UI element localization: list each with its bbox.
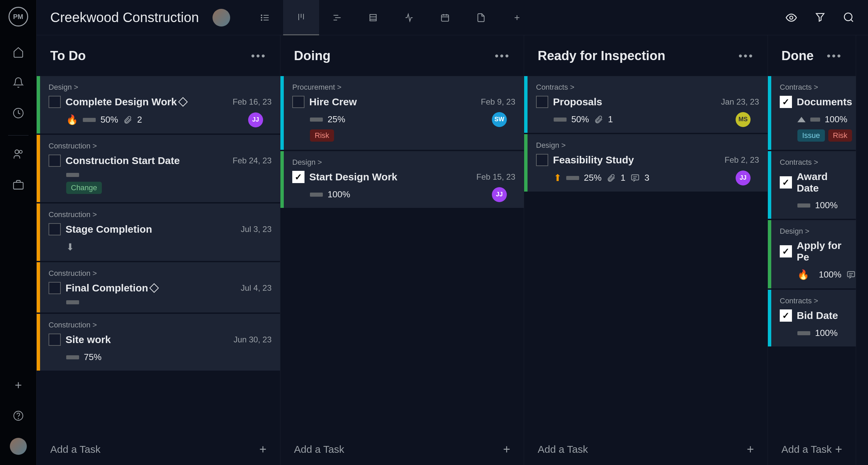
task-checkbox[interactable] xyxy=(49,96,61,108)
kanban-board: To Do •••Design > Complete Design Work F… xyxy=(37,35,868,465)
progress-bar xyxy=(310,193,323,197)
people-icon[interactable] xyxy=(10,146,27,163)
user-avatar[interactable] xyxy=(10,438,27,455)
card-breadcrumb: Contracts > xyxy=(780,83,847,92)
topbar: Creekwood Construction xyxy=(37,0,868,35)
assignee-avatar[interactable]: JJ xyxy=(248,112,263,127)
board-column: Doing •••Procurement > Hire Crew Feb 9, … xyxy=(280,35,524,465)
file-view-icon[interactable] xyxy=(463,0,499,35)
task-card[interactable]: Construction > Stage Completion Jul 3, 2… xyxy=(37,203,280,261)
task-title: Documents xyxy=(797,96,852,108)
task-card[interactable]: Design > Feasibility Study Feb 2, 23 ⬆25… xyxy=(524,134,768,192)
card-list: Procurement > Hire Crew Feb 9, 23 25%SWR… xyxy=(280,76,524,434)
attachment-count: 1 xyxy=(621,173,625,183)
task-date: Feb 16, 23 xyxy=(233,97,272,107)
topbar-actions xyxy=(785,12,854,24)
task-checkbox[interactable] xyxy=(49,334,61,346)
clock-icon[interactable] xyxy=(10,105,27,122)
task-title: Final Completion xyxy=(66,282,236,294)
column-title: To Do xyxy=(50,49,86,63)
card-breadcrumb: Procurement > xyxy=(292,83,515,92)
column-menu-icon[interactable]: ••• xyxy=(827,50,842,62)
card-breadcrumb: Contracts > xyxy=(780,158,847,167)
task-card[interactable]: Procurement > Hire Crew Feb 9, 23 25%SWR… xyxy=(280,76,524,150)
list-view-icon[interactable] xyxy=(247,0,283,35)
task-checkbox[interactable] xyxy=(49,282,61,294)
plus-icon: + xyxy=(503,442,510,457)
column-menu-icon[interactable]: ••• xyxy=(738,50,754,62)
task-checkbox[interactable] xyxy=(292,171,304,183)
task-checkbox[interactable] xyxy=(780,176,792,189)
task-card[interactable]: Contracts > Bid Date 100% xyxy=(768,290,856,346)
progress-bar xyxy=(66,355,79,359)
card-breadcrumb: Design > xyxy=(780,227,847,236)
progress-bar xyxy=(66,300,79,304)
task-card[interactable]: Construction > Construction Start Date F… xyxy=(37,135,280,202)
board-view-icon[interactable] xyxy=(283,0,319,35)
task-checkbox[interactable] xyxy=(780,245,792,257)
assignee-avatar[interactable]: JJ xyxy=(492,187,507,202)
task-checkbox[interactable] xyxy=(536,96,548,108)
progress-bar xyxy=(554,118,567,122)
card-breadcrumb: Construction > xyxy=(49,210,272,219)
task-date: Feb 15, 23 xyxy=(476,172,515,182)
eye-icon[interactable] xyxy=(785,12,797,24)
progress-bar xyxy=(83,118,96,122)
task-checkbox[interactable] xyxy=(49,155,61,167)
priority-up-icon xyxy=(797,117,806,122)
task-checkbox[interactable] xyxy=(780,96,792,108)
svg-point-1 xyxy=(15,150,19,154)
gantt-view-icon[interactable] xyxy=(319,0,355,35)
add-task-button[interactable]: Add a Task+ xyxy=(280,434,524,465)
add-task-button[interactable]: Add a Task+ xyxy=(37,434,280,465)
task-card[interactable]: Contracts > Award Date 100% xyxy=(768,151,856,219)
bell-icon[interactable] xyxy=(10,74,27,91)
attachment-icon xyxy=(594,115,603,124)
task-card[interactable]: Design > Complete Design Work Feb 16, 23… xyxy=(37,76,280,133)
task-progress: 100% xyxy=(819,269,842,280)
task-card[interactable]: Design > Start Design Work Feb 15, 23 10… xyxy=(280,151,524,208)
attachment-count: 1 xyxy=(608,114,613,125)
filter-icon[interactable] xyxy=(814,12,826,24)
task-progress: 25% xyxy=(584,173,602,183)
add-task-button[interactable]: Add a Task+ xyxy=(768,434,856,465)
assignee-avatar[interactable]: SW xyxy=(492,112,507,127)
app-logo[interactable]: PM xyxy=(8,7,28,26)
progress-bar xyxy=(810,118,820,122)
column-title: Doing xyxy=(294,49,331,63)
task-checkbox[interactable] xyxy=(536,154,548,166)
add-icon[interactable] xyxy=(10,377,27,394)
column-header: Ready for Inspection ••• xyxy=(524,35,768,76)
column-menu-icon[interactable]: ••• xyxy=(495,50,510,62)
attachment-icon xyxy=(123,115,132,125)
plus-icon: + xyxy=(747,442,754,457)
progress-bar xyxy=(797,203,810,208)
task-card[interactable]: Design > Apply for Pe 🔥100% xyxy=(768,220,856,288)
help-icon[interactable] xyxy=(10,407,27,424)
task-card[interactable]: Contracts > Documents 100%IssueRisk xyxy=(768,76,856,150)
task-checkbox[interactable] xyxy=(49,223,61,235)
svg-point-11 xyxy=(261,19,262,20)
assignee-avatar[interactable]: MS xyxy=(736,112,751,127)
activity-view-icon[interactable] xyxy=(391,0,427,35)
task-date: Jun 30, 23 xyxy=(234,335,272,344)
task-card[interactable]: Construction > Site work Jun 30, 23 75% xyxy=(37,314,280,371)
task-checkbox[interactable] xyxy=(292,96,304,108)
calendar-view-icon[interactable] xyxy=(427,0,463,35)
search-icon[interactable] xyxy=(843,12,854,24)
svg-point-10 xyxy=(261,17,262,18)
column-menu-icon[interactable]: ••• xyxy=(251,50,266,62)
project-avatar[interactable] xyxy=(213,9,230,26)
add-view-icon[interactable] xyxy=(499,0,535,35)
add-task-button[interactable]: Add a Task+ xyxy=(524,434,768,465)
svg-rect-31 xyxy=(847,271,854,276)
assignee-avatar[interactable]: JJ xyxy=(736,171,751,185)
task-card[interactable]: Construction > Final Completion Jul 4, 2… xyxy=(37,262,280,312)
task-card[interactable]: Contracts > Proposals Jan 23, 23 50%1MS xyxy=(524,76,768,133)
task-progress: 100% xyxy=(825,114,848,125)
sheet-view-icon[interactable] xyxy=(355,0,391,35)
task-checkbox[interactable] xyxy=(780,309,792,322)
svg-point-25 xyxy=(790,16,793,19)
briefcase-icon[interactable] xyxy=(10,176,27,193)
home-icon[interactable] xyxy=(10,43,27,60)
